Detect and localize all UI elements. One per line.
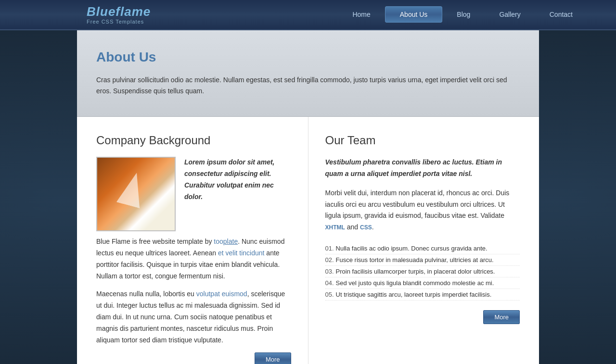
nav-item-gallery[interactable]: Gallery [485,7,535,22]
team-list-item: 03.Proin facilisis ullamcorper turpis, i… [325,266,520,277]
list-item-text: Fusce risus tortor in malesuada pulvinar… [336,256,494,264]
list-item-text: Sed vel justo quis ligula blandit commod… [336,279,494,287]
company-float-text: Lorem ipsum dolor sit amet, consectetur … [184,157,291,202]
volutpat-link[interactable]: volutpat euismod [196,290,247,298]
logo-main: Blueflame [87,5,151,19]
team-desc-post: . [372,223,374,231]
team-desc-pre: Morbi velit dui, interdum non placerat i… [325,189,510,220]
css-link[interactable]: CSS [360,224,372,231]
tooplate-link-wrapper: tooplate [214,238,238,245]
left-column: Company Background Lorem ipsum dolor sit… [77,117,308,364]
team-desc-and: and [345,223,360,231]
list-item-num: 01. [325,245,334,252]
et-velit-link[interactable]: et velit tincidunt [218,249,265,257]
list-item-num: 05. [325,291,334,298]
main-nav: Home About Us Blog Gallery Contact [338,6,587,23]
company-image-block: Lorem ipsum dolor sit amet, consectetur … [96,157,291,236]
main-content: Company Background Lorem ipsum dolor sit… [77,117,539,364]
hero-section: About Us Cras pulvinar sollicitudin odio… [77,30,539,117]
team-desc: Morbi velit dui, interdum non placerat i… [325,188,520,233]
nav-item-contact[interactable]: Contact [535,7,587,22]
list-item-text: Nulla facilis ac odio ipsum. Donec cursu… [336,245,488,252]
para2-post: , scelerisque ut dui. Integer luctus tel… [96,290,285,343]
company-tooplate-para: Blue Flame is free website template by t… [96,236,291,282]
team-intro: Vestibulum pharetra convallis libero ac … [325,157,520,180]
tooplate-pre-text: Blue Flame is free website template by [96,238,214,245]
company-para2: Maecenas nulla nulla, lobortis eu volutp… [96,289,291,346]
team-list: 01.Nulla facilis ac odio ipsum. Donec cu… [325,243,520,301]
para2-pre: Maecenas nulla nulla, lobortis eu [96,290,196,298]
page-title: About Us [96,50,520,65]
list-item-num: 03. [325,268,334,275]
nav-item-blog[interactable]: Blog [442,7,485,22]
logo-sub: Free CSS Templates [87,19,151,25]
team-more-row: More [325,310,520,324]
company-image [96,157,176,231]
nav-item-about[interactable]: About Us [385,6,443,23]
team-list-item: 02.Fusce risus tortor in malesuada pulvi… [325,254,520,266]
list-item-text: Ut tristique sagittis arcu, laoreet turp… [336,291,492,298]
right-column: Our Team Vestibulum pharetra convallis l… [308,117,539,364]
hero-text: Cras pulvinar sollicitudin odio ac moles… [96,75,520,98]
header: Blueflame Free CSS Templates Home About … [0,0,616,30]
xhtml-link[interactable]: XHTML [325,224,345,231]
tooplate-link-too[interactable]: too [214,238,223,245]
nav-item-home[interactable]: Home [338,7,385,22]
list-item-text: Proin facilisis ullamcorper turpis, in p… [336,268,495,275]
team-list-item: 05.Ut tristique sagittis arcu, laoreet t… [325,289,520,301]
our-team-heading: Our Team [325,134,520,147]
list-item-num: 02. [325,256,334,264]
logo: Blueflame Free CSS Templates [87,5,151,25]
tooplate-link-plate[interactable]: plate [223,238,238,245]
page-wrapper: About Us Cras pulvinar sollicitudin odio… [77,30,539,364]
company-background-heading: Company Background [96,134,291,147]
team-list-item: 04.Sed vel justo quis ligula blandit com… [325,277,520,289]
team-list-item: 01.Nulla facilis ac odio ipsum. Donec cu… [325,243,520,254]
company-more-row: More [96,352,291,364]
team-more-button[interactable]: More [483,310,520,324]
list-item-num: 04. [325,279,334,287]
company-more-button[interactable]: More [255,352,291,364]
